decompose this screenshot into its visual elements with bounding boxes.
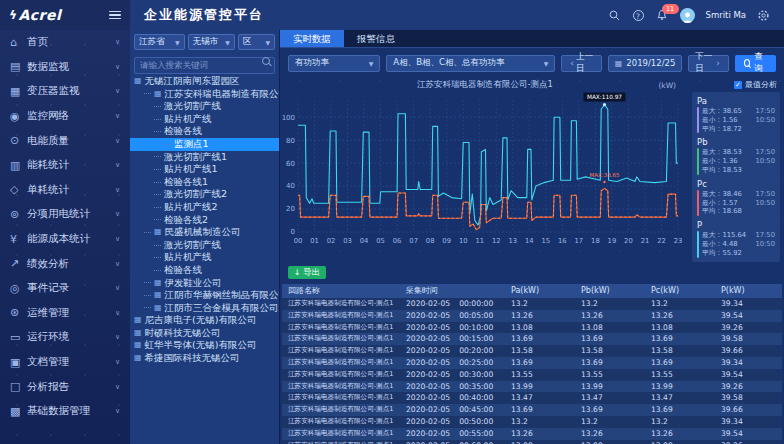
sidebar-item-monitor-network[interactable]: ◉监控网络∨ [0, 104, 130, 129]
sidebar-item-performance-analysis[interactable]: ↗绩效分析∨ [0, 251, 130, 276]
tree-node-line[interactable]: 贴片机产线2 [130, 201, 279, 214]
date-picker[interactable]: ▦2019/12/25 [608, 55, 683, 72]
chevron-down-icon: ∨ [115, 383, 120, 391]
tree-node-label: 江阴市三合金模具有限公司 [165, 302, 279, 315]
unit-consumption-icon: ◇ [10, 183, 27, 196]
search-icon[interactable] [608, 9, 621, 22]
tree-connector [154, 182, 161, 183]
svg-text:07: 07 [409, 237, 418, 245]
tree-node-company[interactable]: ▦江苏安科瑞电器制造有限公司 [130, 88, 279, 101]
city-select[interactable]: 无锡市▼ [188, 34, 235, 50]
sidebar-item-data-monitor[interactable]: ▤数据监视∨ [0, 55, 130, 80]
tab-alarm-info[interactable]: 报警信息 [344, 30, 408, 47]
table-row[interactable]: 江苏安科瑞电器制造有限公司-测点12020-02-0500:55:0013.26… [282, 428, 782, 440]
sidebar-item-event-record[interactable]: ◎事件记录∨ [0, 276, 130, 301]
tree-node-company[interactable]: ▦江阴市华赫钢丝制品有限公司 [130, 289, 279, 302]
help-icon[interactable]: ? [632, 9, 645, 22]
tree-node-line[interactable]: 检验各线1 [130, 176, 279, 189]
query-button[interactable]: 查询 [735, 55, 776, 72]
stat-label-value: 最大：38.53 [702, 148, 742, 157]
tree-node-line[interactable]: 贴片机产线1 [130, 163, 279, 176]
cell-date: 2020-02-05 [406, 441, 450, 444]
tree-search-input[interactable] [134, 57, 275, 74]
sidebar-item-energy-consumption[interactable]: ▥能耗统计∨ [0, 153, 130, 178]
tree-node-line[interactable]: 检验各线2 [130, 214, 279, 227]
district-select[interactable]: 区▼ [238, 34, 275, 50]
stat-label-value: 最小：1.36 [702, 157, 738, 166]
tree-node-line[interactable]: 检验各线 [130, 125, 279, 138]
next-day-button[interactable]: 下一日› [688, 55, 728, 72]
stat-label-value: 平均：55.92 [702, 249, 742, 258]
phases-dropdown[interactable]: A相、B相、C相、总有功功率▼ [386, 55, 555, 72]
hamburger-menu-icon[interactable] [109, 11, 121, 20]
metric-dropdown[interactable]: 有功功率▼ [288, 55, 380, 72]
tree-node-company[interactable]: ▦民盛机械制造公司 [130, 226, 279, 239]
tree-node-line[interactable]: 激光切割产线 [130, 239, 279, 252]
sidebar-item-subitem-power[interactable]: ⊚分项用电统计∨ [0, 202, 130, 227]
tab-realtime-data[interactable]: 实时数据 [280, 30, 344, 47]
tree-node-company[interactable]: ▦尼吉康电子(无锡)有限公司 [130, 314, 279, 327]
settings-gear-icon[interactable] [757, 9, 770, 22]
stat-time: 17:50 [755, 190, 775, 199]
sidebar-nav: ⌂首页∨▤数据监视∨▦变压器监视∨◉监控网络∨⊙电能质量∨▥能耗统计∨◇单耗统计… [0, 30, 130, 424]
table-row[interactable]: 江苏安科瑞电器制造有限公司-测点12020-02-0500:20:0013.58… [282, 345, 782, 357]
tree-node-company[interactable]: ▦时硕科技无锡公司 [130, 327, 279, 340]
table-row[interactable]: 江苏安科瑞电器制造有限公司-测点12020-02-0500:30:0013.55… [282, 369, 782, 381]
sidebar-item-power-quality[interactable]: ⊙电能质量∨ [0, 128, 130, 153]
tree-node-line[interactable]: 贴片机产线 [130, 113, 279, 126]
sidebar-item-runtime-env[interactable]: ▭运行环境∨ [0, 325, 130, 350]
province-select[interactable]: 江苏省▼ [134, 34, 185, 50]
tree-node-line[interactable]: 检验各线 [130, 264, 279, 277]
stat-color-bar [697, 231, 699, 257]
svg-text:19: 19 [608, 237, 617, 245]
sidebar-item-energy-cost[interactable]: ¥能源成本统计∨ [0, 227, 130, 252]
sidebar-item-analysis-report[interactable]: □分析报告∨ [0, 374, 130, 399]
tree-node-label: 虹华半导体(无锡)有限公司 [145, 339, 257, 352]
avatar[interactable] [680, 8, 695, 23]
tree-node-line[interactable]: 激光切割产线2 [130, 188, 279, 201]
tree-node-line[interactable]: 激光切割产线1 [130, 151, 279, 164]
cell-pc: 13.26 [645, 428, 715, 440]
export-row: ↓导出 [280, 264, 784, 282]
sidebar-item-unit-consumption[interactable]: ◇单耗统计∨ [0, 178, 130, 203]
prev-day-button[interactable]: ‹上一日 [561, 55, 601, 72]
tree-node-park[interactable]: ▦无锡江阴南闸东盟园区 [130, 75, 279, 88]
search-icon[interactable] [262, 57, 270, 65]
sidebar-item-label: 绩效分析 [27, 257, 69, 271]
sidebar-item-transformer-monitor[interactable]: ▦变压器监视∨ [0, 79, 130, 104]
sidebar-item-doc-management[interactable]: ▣文档管理∨ [0, 350, 130, 375]
table-row[interactable]: 江苏安科瑞电器制造有限公司-测点12020-02-0500:00:0013.21… [282, 298, 782, 310]
tree-node-company[interactable]: ▦江阴市三合金模具有限公司 [130, 302, 279, 315]
table-row[interactable]: 江苏安科瑞电器制造有限公司-测点12020-02-0500:10:0013.08… [282, 322, 782, 334]
sidebar-item-label: 分析报告 [27, 380, 69, 394]
cell-circuit-name: 江苏安科瑞电器制造有限公司-测点1 [282, 440, 400, 444]
tree-node-company[interactable]: ▦虹华半导体(无锡)有限公司 [130, 339, 279, 352]
tree-node-company[interactable]: ▦伊发鞋业公司 [130, 277, 279, 290]
table-row[interactable]: 江苏安科瑞电器制造有限公司-测点12020-02-0500:40:0013.47… [282, 392, 782, 404]
cell-pc: 13.2 [645, 298, 715, 310]
tree-node-line[interactable]: 激光切割产线 [130, 100, 279, 113]
tree-node-company[interactable]: ▦希捷国际科技无锡公司 [130, 352, 279, 365]
table-row[interactable]: 江苏安科瑞电器制造有限公司-测点12020-02-0500:15:0013.69… [282, 333, 782, 345]
cell-p: 39.34 [715, 298, 782, 310]
tree-node-line[interactable]: 贴片机产线 [130, 251, 279, 264]
sidebar-item-base-data[interactable]: ▩基础数据管理∨ [0, 399, 130, 424]
stat-series-name: P [697, 220, 775, 230]
notification-bell-icon[interactable]: 11 [656, 9, 669, 22]
sidebar-item-home[interactable]: ⌂首页∨ [0, 30, 130, 55]
stat-series-name: Pa [697, 96, 775, 106]
cell-date: 2020-02-05 [406, 382, 450, 391]
table-row[interactable]: 江苏安科瑞电器制造有限公司-测点12020-02-0500:05:0013.26… [282, 310, 782, 322]
cell-circuit-name: 江苏安科瑞电器制造有限公司-测点1 [282, 357, 400, 369]
export-button[interactable]: ↓导出 [288, 266, 326, 279]
table-row[interactable]: 江苏安科瑞电器制造有限公司-测点12020-02-0500:35:0013.99… [282, 381, 782, 393]
table-row[interactable]: 江苏安科瑞电器制造有限公司-测点12020-02-0500:60:0013.08… [282, 440, 782, 444]
table-row[interactable]: 江苏安科瑞电器制造有限公司-测点12020-02-0500:50:0013.21… [282, 416, 782, 428]
cell-p: 39.26 [715, 381, 782, 393]
table-row[interactable]: 江苏安科瑞电器制造有限公司-测点12020-02-0500:25:0013.69… [282, 357, 782, 369]
max-analysis-checkbox[interactable]: ✓最值分析 [734, 79, 777, 90]
sidebar-item-ops-management[interactable]: ⊛运维管理∨ [0, 301, 130, 326]
cell-pa: 13.08 [505, 322, 575, 334]
tree-node-point[interactable]: 监测点1 [130, 138, 279, 151]
table-row[interactable]: 江苏安科瑞电器制造有限公司-测点12020-02-0500:45:0013.69… [282, 404, 782, 416]
